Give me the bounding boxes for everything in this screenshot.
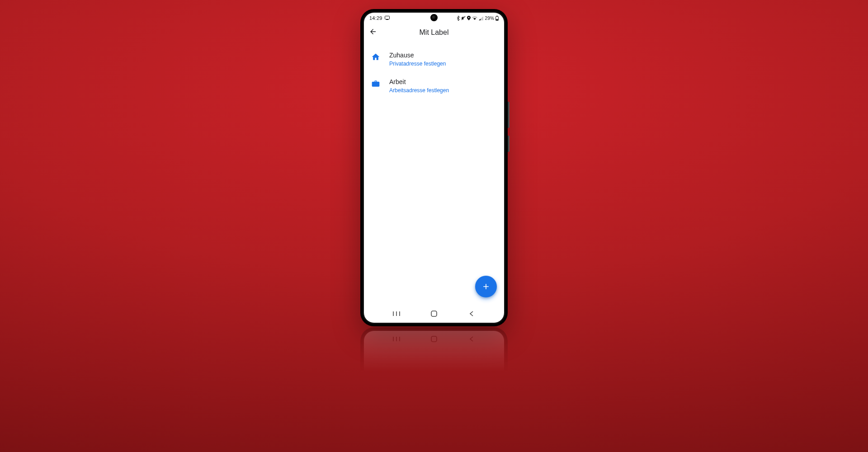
- phone-inner: 14:29: [363, 11, 505, 324]
- nav-recents-button[interactable]: [383, 306, 410, 323]
- set-home-address-link[interactable]: Privatadresse festlegen: [389, 60, 446, 67]
- screen: 14:29: [364, 13, 504, 323]
- status-right: 29%: [457, 16, 499, 21]
- recents-icon: [392, 311, 401, 319]
- labeled-places-list: Zuhause Privatadresse festlegen Arbeit A…: [364, 42, 504, 306]
- list-item-work[interactable]: Arbeit Arbeitsadresse festlegen: [364, 74, 504, 100]
- phone-reflection: [360, 327, 508, 452]
- svg-rect-1: [386, 19, 388, 20]
- power-button: [508, 136, 509, 152]
- svg-rect-14: [431, 336, 437, 342]
- wifi-icon: [472, 16, 477, 20]
- bluetooth-icon: [457, 16, 460, 21]
- signal-icon: [479, 16, 483, 20]
- list-item-title: Arbeit: [389, 77, 449, 86]
- mute-icon: [461, 16, 466, 20]
- list-item-title: Zuhause: [389, 51, 446, 60]
- battery-icon: [495, 16, 499, 21]
- svg-rect-0: [385, 16, 389, 19]
- nav-home-button[interactable]: [420, 306, 448, 323]
- battery-text: 29%: [485, 16, 494, 21]
- page-title: Mit Label: [420, 28, 449, 37]
- system-nav-bar: [364, 306, 504, 323]
- list-item-home[interactable]: Zuhause Privatadresse festlegen: [364, 47, 504, 74]
- screen-share-icon: [385, 15, 390, 21]
- front-camera: [430, 14, 438, 21]
- home-nav-icon: [430, 310, 438, 319]
- back-button[interactable]: [364, 24, 382, 42]
- location-icon: [467, 16, 471, 20]
- add-label-button[interactable]: [475, 276, 497, 297]
- briefcase-icon: [370, 78, 381, 89]
- phone-frame: 14:29: [360, 9, 508, 326]
- app-header: Mit Label: [364, 24, 504, 42]
- plus-icon: [481, 282, 491, 291]
- svg-rect-10: [431, 311, 437, 316]
- status-time: 14:29: [369, 15, 382, 21]
- status-left: 14:29: [369, 15, 390, 21]
- volume-button: [508, 102, 509, 128]
- home-icon: [370, 52, 381, 62]
- set-work-address-link[interactable]: Arbeitsadresse festlegen: [389, 87, 449, 94]
- back-nav-icon: [469, 311, 474, 319]
- arrow-left-icon: [369, 28, 377, 38]
- svg-point-3: [468, 17, 470, 19]
- svg-rect-6: [496, 19, 498, 20]
- nav-back-button[interactable]: [458, 306, 485, 323]
